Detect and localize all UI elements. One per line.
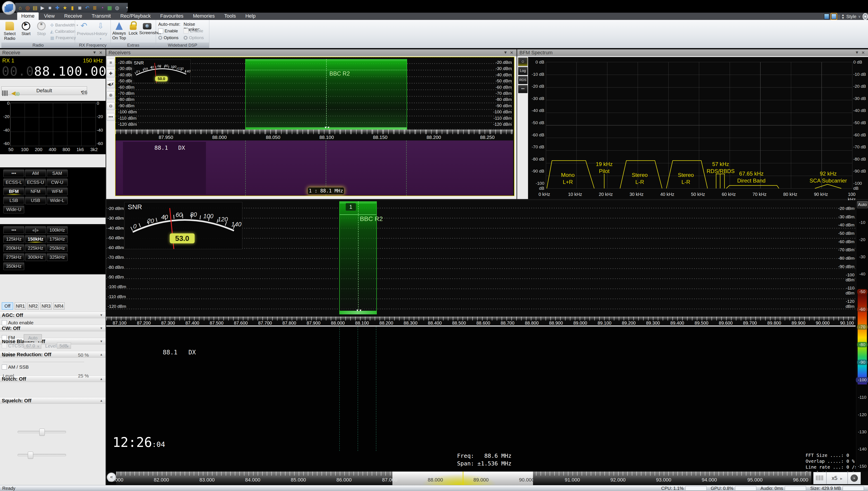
log-button[interactable]: Log — [518, 67, 528, 75]
always-on-top-button[interactable]: Always On Top — [112, 21, 126, 40]
menu-icon[interactable]: ≡ — [107, 59, 115, 66]
AM[interactable]: AM — [25, 170, 46, 177]
monitor-1-icon[interactable] — [824, 13, 829, 20]
collapse-icon[interactable]: ▼ — [855, 50, 859, 55]
Tools[interactable]: Tools — [220, 12, 240, 20]
spin-arrows-icon[interactable]: ▲▼ — [841, 13, 844, 20]
100kHz[interactable]: 100kHz — [47, 226, 68, 234]
waterfall-palette[interactable]: Auto -10-20-30-40-50-60-70-80-90-100-110… — [856, 200, 868, 471]
Rec/Playback[interactable]: Rec/Playback — [116, 12, 155, 20]
collapse-icon[interactable]: ▼ — [92, 50, 96, 55]
lock-icon[interactable]: ▮ — [70, 5, 75, 11]
main-waterfall[interactable]: 88.1 DX 12:26:04 Freq: 88.6 MHz Span: ±1… — [106, 326, 856, 471]
View[interactable]: View — [40, 12, 59, 20]
frequency-display-dim[interactable]: 00.0 — [2, 64, 34, 79]
Receive[interactable]: Receive — [60, 12, 86, 20]
ECSS-U[interactable]: ECSS-U — [25, 179, 46, 186]
help-icon[interactable]: ◎ — [25, 5, 30, 11]
receivers-freq-tickbar[interactable] — [116, 129, 513, 134]
squelch-ctcss-checkbox[interactable]: CTCSS — [2, 343, 24, 349]
select-radio-button[interactable]: Select Radio — [3, 21, 17, 41]
nb-options-button[interactable]: Options — [184, 35, 204, 41]
close-icon[interactable]: ✕ — [510, 50, 513, 55]
section-noise-reduction[interactable]: Noise Reduction: Off▲ — [0, 351, 105, 357]
video-icon[interactable]: ▦ — [107, 5, 112, 11]
main-freq-tickbar[interactable] — [106, 317, 856, 320]
fast-forward-button[interactable]: » — [848, 472, 861, 484]
NFM[interactable]: NFM — [25, 188, 46, 195]
calibration-button[interactable]: ◭Calibration — [50, 29, 75, 34]
nav-tickbar[interactable]: 81.00082.00083.00084.00085.00086.00087.0… — [116, 471, 811, 485]
NR1[interactable]: NR1 — [15, 302, 26, 310]
Wide-L[interactable]: Wide-L — [47, 197, 68, 204]
rx1-filter-region-main[interactable]: 1 BBC R2 ▼▼ — [339, 201, 377, 314]
squelch-fm-checkbox[interactable]: FM — [2, 335, 15, 341]
325kHz[interactable]: 325kHz — [47, 254, 68, 261]
squelch-amssb-checkbox[interactable]: AM / SSB — [2, 364, 29, 370]
bandwidth-button[interactable]: ✣Bandwidth▾ — [50, 22, 78, 28]
ECSS-L[interactable]: ECSS-L — [3, 179, 24, 186]
350kHz[interactable]: 350kHz — [3, 263, 24, 270]
app-menu-button[interactable] — [2, 1, 16, 15]
am-level-slider[interactable] — [18, 454, 66, 456]
automute-enable-checkbox[interactable]: Enable — [158, 28, 178, 34]
add-receiver-icon[interactable]: ✚ — [107, 70, 115, 77]
fm-level-thumb[interactable] — [39, 429, 45, 436]
NR4[interactable]: NR4 — [53, 302, 65, 310]
notch-auto-enable-checkbox[interactable]: Auto enable — [2, 320, 33, 326]
200kHz[interactable]: 200kHz — [3, 244, 24, 252]
300kHz[interactable]: 300kHz — [25, 254, 46, 261]
225kHz[interactable]: 225kHz — [25, 244, 46, 252]
open-folder-icon[interactable]: ▤ — [32, 5, 38, 11]
qat-overflow-icon[interactable]: ▾ — [126, 5, 128, 10]
favourites-icon[interactable]: ★ — [62, 5, 68, 11]
section-agc[interactable]: AGC: Off▼ — [0, 312, 105, 318]
close-icon[interactable]: ✕ — [99, 50, 102, 55]
•••[interactable]: ••• — [3, 226, 24, 234]
section-notch[interactable]: Notch: Off▲ — [0, 375, 105, 382]
section-squelch[interactable]: Squelch: Off▲ — [0, 397, 105, 404]
CW-U[interactable]: CW-U — [47, 179, 68, 186]
monitor-2-icon[interactable] — [831, 13, 837, 20]
frequency-display[interactable]: 88.100.000 — [34, 64, 115, 79]
palette-auto-button[interactable]: Auto — [857, 201, 868, 208]
zoom-out-icon[interactable]: ⊖ — [107, 102, 115, 110]
add-icon[interactable]: ✚ — [55, 5, 60, 11]
main-spectrum[interactable]: 1 BBC R2 ▼▼ -20 dBm-30 dBm-40 dBm-50 dBm… — [106, 200, 868, 325]
screenshot-icon[interactable]: ◙ — [77, 5, 83, 11]
automute-options-button[interactable]: Options — [158, 35, 178, 41]
start-button[interactable]: ▶ Start — [19, 21, 33, 36]
close-icon[interactable]: ✕ — [862, 50, 865, 55]
«|»[interactable]: «|» — [25, 226, 46, 234]
Wide-U[interactable]: Wide-U — [3, 206, 24, 213]
speaker-icon[interactable]: ◀))) — [11, 90, 20, 96]
section-cw[interactable]: CW: Off▼ — [0, 325, 105, 331]
style-arrow-icon[interactable]: ∨ — [858, 15, 861, 19]
stop-icon[interactable]: ■ — [47, 5, 53, 11]
LSB[interactable]: LSB — [3, 197, 24, 204]
style-menu[interactable]: Style — [846, 14, 856, 19]
bands-icon[interactable]: ≣ — [92, 5, 97, 11]
speed-button[interactable]: x5 ▸ — [827, 472, 848, 484]
Off[interactable]: Off — [2, 302, 13, 310]
150kHz[interactable]: 150kHz — [25, 235, 46, 243]
history-button[interactable]: ⇩ History ▼ — [94, 21, 107, 41]
squelch-auto-button[interactable]: Auto — [24, 334, 42, 342]
more-icon[interactable]: ••• — [107, 113, 115, 121]
screenshot-button[interactable]: Screenshot — [139, 21, 155, 35]
BFM[interactable]: BFM — [3, 188, 24, 195]
NR2[interactable]: NR2 — [28, 302, 39, 310]
Memories[interactable]: Memories — [189, 12, 219, 20]
rds-button[interactable]: RDS — [518, 76, 528, 84]
Favourites[interactable]: Favourites — [156, 12, 188, 20]
audio-spectrum[interactable] — [10, 103, 96, 146]
mute-icon[interactable]: ◀✗ — [107, 81, 115, 88]
receivers-waterfall[interactable]: 88.1 DX 1 : 88.1 MHz — [116, 140, 513, 196]
USB[interactable]: USB — [25, 197, 46, 204]
Transmit[interactable]: Transmit — [88, 12, 115, 20]
settings-gear-icon[interactable] — [863, 13, 868, 20]
previous-button[interactable]: ↶ Previous — [77, 21, 91, 36]
collapse-icon[interactable]: ▼ — [503, 50, 507, 55]
play-icon[interactable]: ▶ — [40, 5, 45, 11]
rx1-filter-region[interactable]: BBC R2 ▼▼ — [245, 59, 407, 129]
